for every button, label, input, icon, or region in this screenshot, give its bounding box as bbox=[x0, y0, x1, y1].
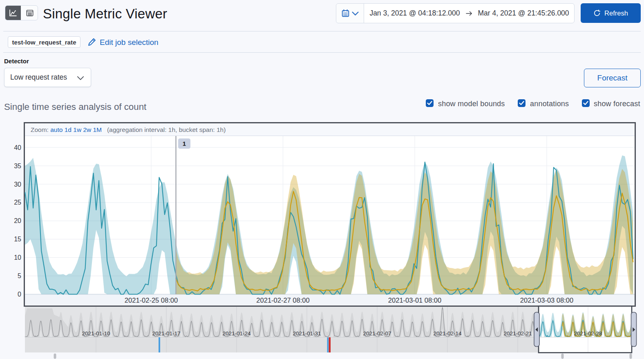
svg-text:2021-02-28: 2021-02-28 bbox=[574, 330, 602, 337]
svg-text:2021-02-14: 2021-02-14 bbox=[433, 330, 462, 337]
svg-text:2021-02-07: 2021-02-07 bbox=[363, 330, 391, 337]
svg-text:2021-01-17: 2021-01-17 bbox=[152, 330, 180, 337]
svg-text:2021-01-24: 2021-01-24 bbox=[222, 330, 251, 337]
svg-text:2021-01-31: 2021-01-31 bbox=[293, 330, 321, 337]
svg-text:2021-02-21: 2021-02-21 bbox=[503, 330, 532, 337]
svg-text:2021-01-10: 2021-01-10 bbox=[82, 330, 110, 337]
